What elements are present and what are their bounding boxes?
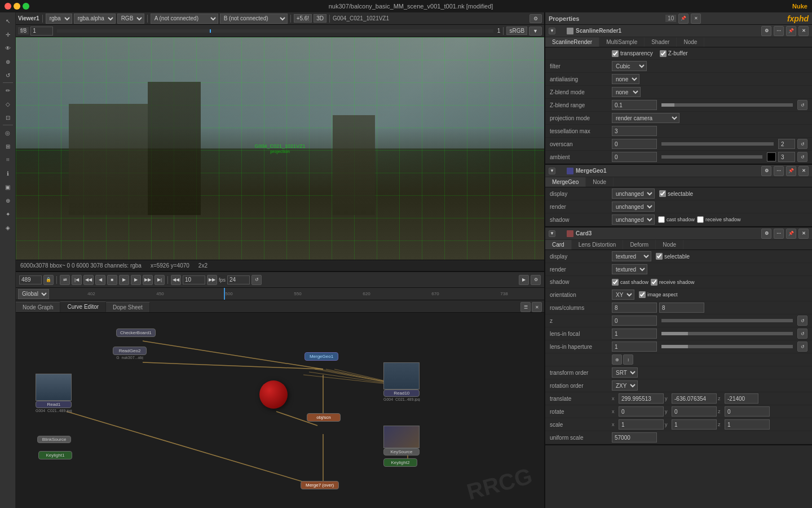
zbuffer-check[interactable]: Z-buffer (660, 50, 688, 57)
viewer-settings2-btn[interactable]: ⚙ (531, 275, 541, 285)
card-castshadow-check[interactable]: cast shadow (612, 279, 648, 286)
node-keylight2[interactable]: Keylight2 (383, 458, 417, 467)
card3-pin-btn[interactable]: 📌 (786, 229, 796, 239)
scale-y-input[interactable] (672, 419, 717, 430)
view-mode[interactable]: 3D (314, 14, 326, 23)
tab-deform[interactable]: Deform (623, 240, 656, 249)
rotation-order-select[interactable]: ZXYXYZZYX (612, 380, 638, 391)
card-rows-input[interactable] (612, 303, 657, 313)
tab-node-mg[interactable]: Node (586, 177, 614, 187)
fwd-btn[interactable]: ▶▶ (207, 275, 217, 285)
scale-x-input[interactable] (619, 419, 664, 430)
zblend-select[interactable]: noneblend (612, 87, 641, 97)
filter-select[interactable]: CubicImpulseBox (612, 61, 647, 71)
viewer-viewport[interactable]: G004_C021_1021VZ1 projection (16, 37, 544, 260)
prev-btn[interactable]: ◀ (95, 275, 105, 285)
tool-more1[interactable]: ▣ (2, 181, 14, 193)
tab-node-sl[interactable]: Node (677, 37, 704, 47)
zblend-range-input[interactable] (612, 100, 657, 110)
tab-shader[interactable]: Shader (645, 37, 677, 47)
loop-btn[interactable]: ↺ (251, 275, 262, 285)
tab-lens-distortion[interactable]: Lens Distortion (572, 240, 624, 249)
mergegeo-close-btn[interactable]: ✕ (798, 166, 809, 176)
input-b-select[interactable]: B (not connected) (220, 14, 288, 24)
tool-arrow[interactable]: ↖ (2, 15, 14, 27)
translate-x-input[interactable] (619, 393, 664, 404)
maximize-button[interactable] (23, 3, 29, 10)
props-close-btn[interactable]: ✕ (691, 14, 701, 24)
close-button[interactable] (5, 3, 11, 10)
card-imageaspect-check[interactable]: image aspect (639, 291, 678, 298)
next-frame-btn[interactable]: ▶▶ (143, 275, 153, 285)
overscan-input[interactable] (612, 139, 657, 149)
tool-more3[interactable]: ✦ (2, 208, 14, 220)
exposure-value[interactable]: +5.6! (294, 14, 312, 23)
colorspace-select[interactable]: RGB (117, 14, 144, 24)
tool-crop[interactable]: ⊡ (2, 111, 14, 124)
node-readgeo2[interactable]: ReadGeo2 G_nuk307...obj (113, 347, 147, 360)
card-display-select[interactable]: texturedoffwireframe (612, 251, 651, 261)
shuffle-btn[interactable]: ⇄ (60, 275, 70, 285)
node-blinksource[interactable]: BlinkSource (37, 436, 71, 443)
tool-more4[interactable]: ◈ (2, 221, 14, 234)
tab-curve-editor[interactable]: Curve Editor (60, 301, 106, 312)
scale-z-input[interactable] (725, 419, 770, 430)
mg-display-select[interactable]: unchangedoffwireframe (612, 189, 655, 199)
card-haperture-reset-btn[interactable]: ↺ (797, 341, 807, 352)
tool-zoom[interactable]: ⊕ (2, 55, 14, 68)
card-orientation-select[interactable]: XYXZYZ (612, 290, 634, 300)
tool-connect[interactable]: ⌗ (2, 154, 14, 166)
render-btn[interactable]: ▶ (519, 275, 529, 285)
scanline-pin-btn[interactable]: 📌 (786, 26, 796, 36)
mergegeo-more-btn[interactable]: ⋯ (774, 166, 784, 176)
tool-node[interactable]: ◎ (2, 126, 14, 139)
card-cols-input[interactable] (659, 303, 704, 313)
transform-order-select[interactable]: SRTSTRRST (612, 367, 638, 378)
card-z-reset-btn[interactable]: ↺ (797, 316, 807, 326)
section-collapse-btn[interactable]: ▼ (549, 28, 555, 34)
current-frame-input[interactable] (19, 275, 42, 284)
lock-btn[interactable]: 🔒 (43, 275, 54, 285)
tool-paint[interactable]: ✏ (2, 84, 14, 97)
zblend-reset-btn[interactable]: ↺ (797, 100, 807, 110)
input-a-select[interactable]: A (not connected) (151, 14, 218, 24)
mg-receiveshadow-check[interactable]: receive shadow (697, 216, 741, 223)
card-lensfocal-reset-btn[interactable]: ↺ (797, 329, 807, 339)
ambient-max-input[interactable] (778, 152, 795, 162)
tool-grid[interactable]: ⊞ (2, 140, 14, 152)
transform-reset-btn[interactable]: ↕ (623, 354, 633, 365)
card3-settings-btn[interactable]: ⚙ (761, 229, 771, 239)
card-receiveshadow-check[interactable]: receive shadow (651, 279, 695, 286)
back-btn[interactable]: ◀◀ (171, 275, 181, 285)
translate-y-input[interactable] (672, 393, 717, 404)
rotate-x-input[interactable] (619, 406, 664, 417)
fps-input[interactable] (227, 275, 250, 284)
timeline-mode[interactable]: Global (18, 289, 49, 299)
transparency-check[interactable]: transparency (612, 50, 653, 57)
card-haperture-input[interactable] (612, 341, 657, 352)
nodegraph-close-btn[interactable]: ✕ (532, 302, 542, 312)
translate-z-input[interactable] (725, 393, 758, 404)
stop-btn[interactable]: ■ (107, 275, 117, 285)
prev-frame-btn[interactable]: ◀◀ (83, 275, 94, 285)
skip-end-btn[interactable]: ▶| (155, 275, 165, 285)
ambient-color[interactable] (767, 152, 776, 161)
card-lensfocal-input[interactable] (612, 329, 657, 339)
tab-dope-sheet[interactable]: Dope Sheet (106, 302, 150, 312)
gamma-mode[interactable]: sRGB (506, 27, 527, 35)
next-btn[interactable]: ▶ (131, 275, 141, 285)
tool-viewer[interactable]: 👁 (2, 42, 14, 54)
uniform-scale-input[interactable] (612, 432, 657, 443)
nodegraph-canvas[interactable]: Read1 G004_C021..489.jpg CheckerBoard1 R… (16, 313, 544, 508)
mg-render-select[interactable]: unchanged (612, 202, 655, 212)
tab-card[interactable]: Card (545, 240, 572, 249)
frame-input[interactable] (30, 27, 53, 36)
mergegeo-settings-btn[interactable]: ⚙ (761, 166, 771, 176)
rotate-z-input[interactable] (725, 406, 770, 417)
rotate-y-input[interactable] (672, 406, 717, 417)
node-read10[interactable]: Read10 G004_C021..489.jpg (383, 362, 420, 401)
channel-alpha-select[interactable]: rgba.alpha (74, 14, 116, 24)
tab-scanlinerender[interactable]: ScanlineRender (545, 37, 599, 47)
node-keylight1[interactable]: Keylight1 (38, 451, 72, 459)
tool-info[interactable]: ℹ (2, 167, 14, 179)
